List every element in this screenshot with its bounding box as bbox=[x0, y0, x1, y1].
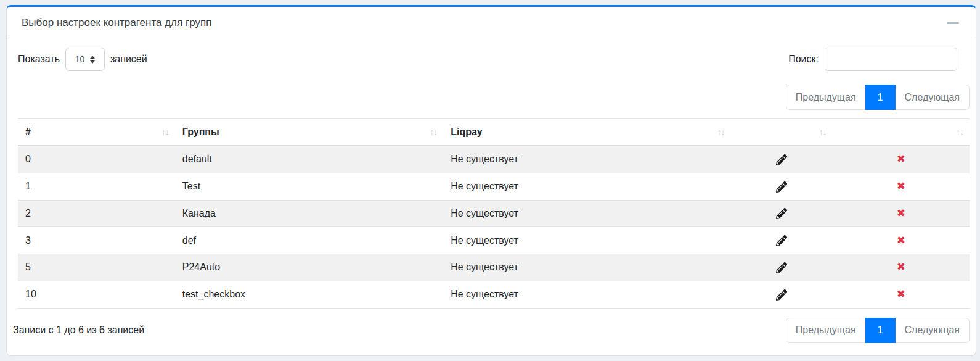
settings-card: Выбор настроек контрагента для групп Пок… bbox=[6, 5, 976, 356]
select-caret-icon bbox=[90, 56, 95, 64]
sort-icon: ↑↓ bbox=[956, 127, 963, 137]
pagination-top: Предыдущая 1 Следующая bbox=[786, 85, 970, 110]
top-pagination-row: Предыдущая 1 Следующая bbox=[18, 85, 970, 110]
minus-icon bbox=[947, 22, 959, 24]
next-page-button[interactable]: Следующая bbox=[895, 318, 970, 343]
previous-page-button[interactable]: Предыдущая bbox=[786, 85, 866, 110]
page-length-value: 10 bbox=[75, 54, 85, 64]
sort-icon: ↑↓ bbox=[819, 127, 827, 137]
page-length-control: Показать 10 записей bbox=[18, 48, 147, 71]
cell-liqpay: Не существует bbox=[443, 227, 730, 254]
cell-group: def bbox=[175, 227, 443, 254]
column-header-edit[interactable]: ↑↓ bbox=[730, 119, 832, 146]
delete-x-icon[interactable]: ✖ bbox=[897, 208, 905, 218]
edit-pencil-icon[interactable] bbox=[776, 208, 787, 220]
length-label-before: Показать bbox=[18, 54, 60, 65]
cell-group: Test bbox=[175, 173, 443, 200]
table-row: 10 test_checkbox Не существует ✖ bbox=[18, 281, 970, 308]
page-number-button[interactable]: 1 bbox=[865, 85, 896, 110]
edit-pencil-icon[interactable] bbox=[776, 289, 787, 301]
cell-id: 0 bbox=[18, 146, 175, 173]
column-header-groups[interactable]: Группы ↑↓ bbox=[175, 119, 443, 146]
search-label: Поиск: bbox=[788, 54, 819, 65]
cell-liqpay: Не существует bbox=[443, 281, 730, 308]
cell-id: 3 bbox=[18, 227, 175, 254]
cell-liqpay: Не существует bbox=[443, 254, 730, 281]
delete-x-icon[interactable]: ✖ bbox=[897, 235, 905, 246]
page-number-button[interactable]: 1 bbox=[865, 318, 896, 343]
length-label-after: записей bbox=[110, 54, 147, 65]
page-length-select[interactable]: 10 bbox=[65, 48, 105, 71]
edit-pencil-icon[interactable] bbox=[776, 234, 787, 246]
table-row: 3 def Не существует ✖ bbox=[18, 227, 970, 254]
groups-table: # ↑↓ Группы ↑↓ Liqpay ↑↓ ↑↓ bbox=[18, 118, 970, 309]
page-title: Выбор настроек контрагента для групп bbox=[22, 17, 211, 29]
collapse-button[interactable] bbox=[945, 15, 961, 31]
cell-liqpay: Не существует bbox=[443, 173, 730, 200]
cell-id: 5 bbox=[18, 254, 175, 281]
cell-liqpay: Не существует bbox=[443, 146, 730, 173]
pagination-bottom: Предыдущая 1 Следующая bbox=[786, 318, 970, 343]
card-body: Показать 10 записей Поиск: Предыдущая 1 … bbox=[7, 39, 976, 343]
cell-id: 2 bbox=[18, 200, 175, 227]
edit-pencil-icon[interactable] bbox=[776, 181, 787, 193]
sort-icon: ↑↓ bbox=[430, 127, 437, 137]
search-input[interactable] bbox=[825, 48, 957, 71]
next-page-button[interactable]: Следующая bbox=[895, 85, 970, 110]
previous-page-button[interactable]: Предыдущая bbox=[786, 318, 866, 343]
table-row: 5 P24Auto Не существует ✖ bbox=[18, 254, 970, 281]
table-footer: Записи с 1 до 6 из 6 записей Предыдущая … bbox=[13, 318, 970, 343]
edit-pencil-icon[interactable] bbox=[776, 154, 787, 165]
cell-liqpay: Не существует bbox=[443, 200, 730, 227]
cell-group: P24Auto bbox=[175, 254, 443, 281]
table-controls: Показать 10 записей Поиск: bbox=[18, 48, 970, 71]
search-control: Поиск: bbox=[788, 48, 957, 71]
delete-x-icon[interactable]: ✖ bbox=[897, 154, 905, 164]
column-header-delete[interactable]: ↑↓ bbox=[833, 119, 970, 146]
sort-icon: ↑↓ bbox=[717, 127, 724, 137]
table-header-row: # ↑↓ Группы ↑↓ Liqpay ↑↓ ↑↓ bbox=[18, 119, 970, 146]
edit-pencil-icon[interactable] bbox=[776, 262, 787, 273]
table-row: 2 Канада Не существует ✖ bbox=[18, 200, 970, 227]
cell-group: test_checkbox bbox=[175, 281, 443, 308]
cell-group: default bbox=[175, 146, 443, 173]
delete-x-icon[interactable]: ✖ bbox=[897, 289, 905, 299]
table-row: 1 Test Не существует ✖ bbox=[18, 173, 970, 200]
delete-x-icon[interactable]: ✖ bbox=[897, 181, 905, 191]
delete-x-icon[interactable]: ✖ bbox=[897, 262, 905, 272]
cell-id: 10 bbox=[18, 281, 175, 308]
records-info: Записи с 1 до 6 из 6 записей bbox=[13, 325, 144, 336]
column-header-liqpay[interactable]: Liqpay ↑↓ bbox=[443, 119, 730, 146]
column-header-id[interactable]: # ↑↓ bbox=[18, 119, 175, 146]
card-header: Выбор настроек контрагента для групп bbox=[7, 7, 976, 39]
table-row: 0 default Не существует ✖ bbox=[18, 146, 970, 173]
cell-group: Канада bbox=[175, 200, 443, 227]
sort-icon: ↑↓ bbox=[161, 127, 169, 137]
cell-id: 1 bbox=[18, 173, 175, 200]
